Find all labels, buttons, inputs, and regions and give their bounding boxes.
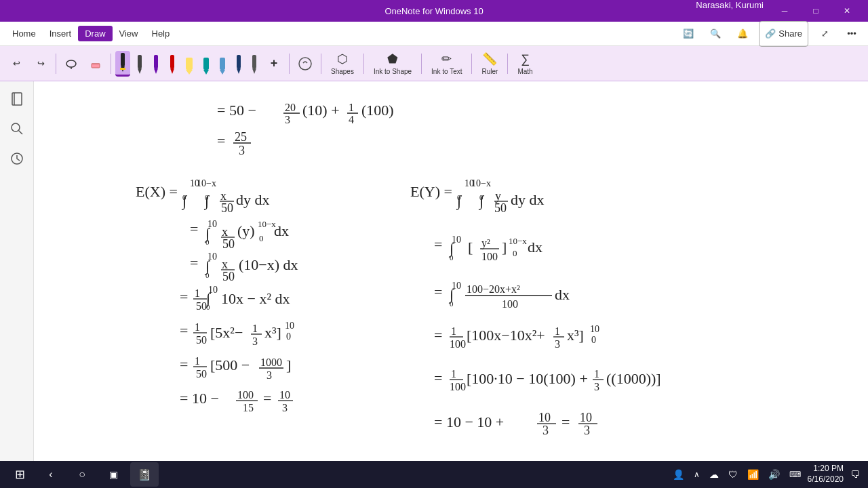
pen-darkblue[interactable]	[232, 51, 245, 77]
ink-to-shape-label: Ink to Shape	[374, 68, 412, 75]
security-icon[interactable]: 🛡	[726, 468, 741, 481]
wifi-icon[interactable]: 📶	[745, 468, 762, 481]
sidebar-search[interactable]	[5, 117, 29, 141]
bell-button[interactable]: 🔔	[732, 21, 753, 47]
more-options-button[interactable]: •••	[841, 21, 863, 47]
svg-text:1: 1	[451, 325, 456, 337]
svg-point-25	[12, 123, 20, 131]
svg-text:dy dx: dy dx	[236, 191, 270, 208]
svg-text:3: 3	[555, 338, 560, 350]
svg-text:3: 3	[282, 402, 288, 413]
svg-text:0: 0	[206, 303, 210, 311]
svg-text:3: 3	[252, 336, 258, 347]
start-button[interactable]: ⊞	[5, 462, 34, 487]
touch-drawing-button[interactable]	[294, 51, 317, 77]
pen-yellow[interactable]	[182, 51, 197, 77]
svg-text:[500 −: [500 −	[210, 357, 250, 373]
menu-draw[interactable]: Draw	[78, 26, 112, 41]
svg-text:10: 10	[279, 389, 290, 401]
share-button[interactable]: 🔗 Share	[759, 21, 808, 47]
math-label: Math	[517, 68, 532, 75]
svg-text:3: 3	[542, 424, 549, 437]
svg-text:0: 0	[205, 271, 210, 279]
keyboard-icon[interactable]: ⌨	[787, 468, 804, 481]
search-button[interactable]: 🔍	[705, 21, 726, 47]
sidebar-notebooks[interactable]	[5, 87, 29, 111]
pen-gray2[interactable]	[248, 51, 260, 77]
menubar: Home Insert Draw View Help 🔄 🔍 🔔 🔗 Share…	[0, 22, 868, 46]
maximize-button[interactable]: □	[800, 0, 831, 22]
shapes-label: Shapes	[331, 68, 354, 75]
sync-button[interactable]: 🔄	[677, 21, 699, 47]
eraser-button[interactable]	[85, 51, 106, 77]
svg-text:=: =	[263, 390, 271, 407]
separator-8	[507, 54, 508, 74]
expand-button[interactable]: ⤢	[814, 21, 835, 47]
back-button[interactable]: ‹	[37, 462, 65, 487]
svg-text:100−20x+x²: 100−20x+x²	[467, 283, 520, 295]
svg-text:100: 100	[502, 298, 518, 310]
time-display: 1:20 PM	[808, 464, 844, 474]
pen-darkgray[interactable]	[133, 51, 146, 77]
cortana-button[interactable]: ○	[68, 462, 96, 487]
pen-red[interactable]	[165, 51, 179, 77]
clock[interactable]: 1:20 PM 6/16/2020	[808, 464, 844, 485]
left-sidebar	[0, 81, 34, 488]
ink-to-text-button[interactable]: ✏ Ink to Text	[426, 49, 467, 79]
volume-icon[interactable]: 🔊	[766, 468, 783, 481]
redo-button[interactable]: ↪	[30, 51, 52, 77]
onenote-taskbar-icon[interactable]: 📓	[130, 462, 159, 487]
start-icon: ⊞	[15, 467, 25, 482]
menu-insert[interactable]: Insert	[43, 26, 79, 41]
add-pen-button[interactable]: +	[263, 51, 285, 77]
pen-teal-icon	[202, 55, 210, 75]
ink-to-shape-button[interactable]: ⬟ Ink to Shape	[368, 49, 417, 79]
svg-text:dx: dx	[274, 222, 289, 239]
svg-text:=: =	[434, 236, 442, 253]
notebooks-icon	[9, 92, 24, 106]
ruler-button[interactable]: 📏 Ruler	[476, 49, 503, 79]
chevron-up-icon[interactable]: ∧	[691, 468, 703, 481]
pen-darkgray-icon	[136, 55, 144, 75]
svg-text:E(Y) =: E(Y) =	[410, 183, 452, 200]
close-button[interactable]: ✕	[831, 0, 863, 22]
svg-rect-16	[220, 58, 225, 70]
svg-text:10: 10	[590, 324, 599, 334]
svg-text:10: 10	[580, 411, 592, 424]
svg-text:=: =	[434, 369, 442, 386]
task-view-button[interactable]: ▣	[99, 462, 127, 487]
minimize-button[interactable]: ─	[769, 0, 800, 22]
lasso-button[interactable]	[60, 51, 82, 77]
pen-teal[interactable]	[199, 51, 213, 77]
svg-text:1: 1	[451, 368, 456, 380]
menu-help[interactable]: Help	[145, 26, 177, 41]
pen-yellow-icon	[184, 55, 194, 75]
math-button[interactable]: ∑ Math	[512, 49, 538, 79]
user-name: Narasaki, Kurumi	[696, 0, 764, 22]
menu-home[interactable]: Home	[5, 26, 43, 41]
menu-view[interactable]: View	[113, 26, 145, 41]
svg-text:x³]: x³]	[264, 324, 281, 341]
svg-rect-10	[170, 55, 174, 68]
svg-text:100: 100	[450, 338, 466, 350]
people-icon[interactable]: 👤	[670, 468, 687, 481]
svg-text:1: 1	[252, 323, 258, 334]
pen-blue[interactable]	[216, 51, 229, 77]
notification-icon[interactable]: 🗨	[848, 468, 863, 481]
svg-text:0: 0	[205, 238, 210, 246]
ink-to-text-icon: ✏	[441, 52, 452, 66]
sidebar-recent[interactable]	[5, 146, 29, 171]
shapes-button[interactable]: ⬡ Shapes	[326, 49, 359, 79]
svg-text:dy dx: dy dx	[511, 191, 545, 208]
pen-black[interactable]	[115, 51, 130, 77]
undo-button[interactable]: ↩	[5, 51, 27, 77]
ink-to-text-label: Ink to Text	[431, 68, 462, 75]
svg-text:25: 25	[235, 130, 247, 144]
svg-rect-8	[154, 55, 158, 68]
svg-text:1: 1	[195, 355, 200, 367]
titlebar: OneNote for Windows 10 Narasaki, Kurumi …	[0, 0, 868, 22]
svg-text:x: x	[220, 189, 226, 203]
pen-purple[interactable]	[149, 51, 163, 77]
svg-rect-20	[252, 55, 256, 68]
cloud-icon[interactable]: ☁	[707, 468, 722, 481]
